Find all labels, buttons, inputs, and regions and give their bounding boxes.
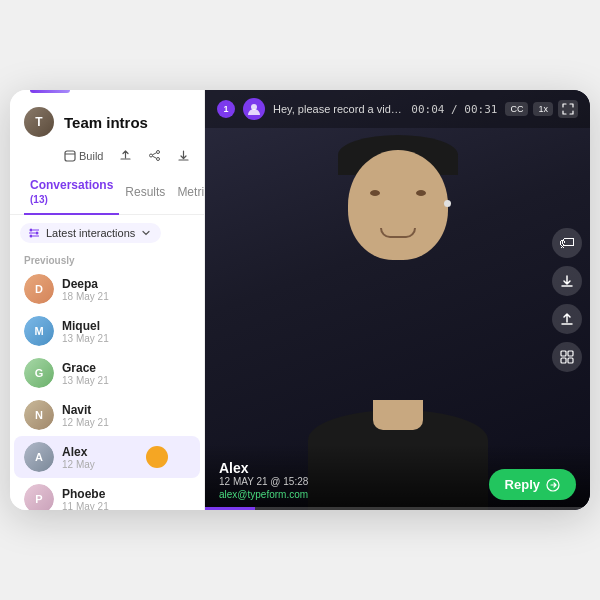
avatar-grace: G <box>24 358 54 388</box>
filter-row: Latest interactions <box>10 215 204 251</box>
video-timer: 00:04 / 00:31 <box>411 103 497 116</box>
tab-metrics[interactable]: Metrics <box>171 179 205 208</box>
person-email: alex@typeform.com <box>219 489 308 500</box>
share-button[interactable] <box>144 147 165 164</box>
contact-info-grace: Grace 13 May 21 <box>62 361 168 386</box>
contact-item-grace[interactable]: G Grace 13 May 21 ⋮ <box>14 352 200 394</box>
build-icon <box>64 150 76 162</box>
video-progress-bar[interactable] <box>205 507 590 510</box>
tag-button[interactable]: 🏷 <box>552 228 582 258</box>
video-side-icons: 🏷 <box>552 228 582 372</box>
avatar-phoebe: P <box>24 484 54 510</box>
filter-dropdown[interactable]: Latest interactions <box>20 223 161 243</box>
video-person-info: Alex 12 MAY 21 @ 15:28 alex@typeform.com <box>219 460 308 500</box>
avatar-miquel: M <box>24 316 54 346</box>
svg-point-7 <box>30 229 33 232</box>
svg-line-6 <box>153 156 157 158</box>
avatar-deepa: D <box>24 274 54 304</box>
avatar-navit: N <box>24 400 54 430</box>
tag-icon: 🏷 <box>559 234 575 252</box>
video-bottom: Alex 12 MAY 21 @ 15:28 alex@typeform.com… <box>205 444 590 510</box>
svg-rect-0 <box>65 151 75 161</box>
sidebar-header: T Team intros <box>10 93 204 143</box>
upload-video-icon <box>560 312 574 326</box>
sidebar-toolbar: Build <box>10 143 204 172</box>
alex-badge <box>146 446 168 468</box>
svg-rect-16 <box>561 358 566 363</box>
contact-info-alex: Alex 12 May <box>62 445 138 470</box>
upload-button[interactable] <box>115 147 136 164</box>
save-video-button[interactable] <box>552 266 582 296</box>
svg-rect-15 <box>568 351 573 356</box>
reply-button[interactable]: Reply <box>489 469 576 500</box>
svg-point-4 <box>157 158 160 161</box>
contact-info-miquel: Miquel 13 May 21 <box>62 319 168 344</box>
layout-icon <box>560 350 574 364</box>
contact-item-phoebe[interactable]: P Phoebe 11 May 21 ⋮ <box>14 478 200 510</box>
layout-button[interactable] <box>552 342 582 372</box>
svg-point-9 <box>30 235 33 238</box>
contact-info-deepa: Deepa 18 May 21 <box>62 277 168 302</box>
avatar-alex: A <box>24 442 54 472</box>
video-panel: 1 Hey, please record a video... (transcr… <box>205 90 590 510</box>
tab-conversations[interactable]: Conversations (13) <box>24 172 119 215</box>
contact-item-alex[interactable]: A Alex 12 May ⋮ <box>14 436 200 478</box>
workspace-title: Team intros <box>64 114 148 131</box>
person-date: 12 MAY 21 @ 15:28 <box>219 476 308 487</box>
step-avatar <box>243 98 265 120</box>
download-icon <box>177 149 190 162</box>
section-previously: Previously <box>10 251 204 268</box>
step-badge: 1 <box>217 100 235 118</box>
upload-icon <box>119 149 132 162</box>
contact-item-navit[interactable]: N Navit 12 May 21 ⋮ <box>14 394 200 436</box>
person-name: Alex <box>219 460 308 476</box>
contact-item-miquel[interactable]: M Miquel 13 May 21 ⋮ <box>14 310 200 352</box>
video-frame[interactable]: 🏷 <box>205 90 590 510</box>
build-button[interactable]: Build <box>60 148 107 164</box>
filter-icon <box>28 227 40 239</box>
svg-point-3 <box>150 154 153 157</box>
contact-list: D Deepa 18 May 21 ⋮ M Miquel 13 May 21 ⋮ <box>10 268 204 510</box>
svg-rect-17 <box>568 358 573 363</box>
share-icon <box>148 149 161 162</box>
upload-video-button[interactable] <box>552 304 582 334</box>
sidebar-tabs: Conversations (13) Results Metrics <box>10 172 204 215</box>
contact-info-phoebe: Phoebe 11 May 21 <box>62 487 168 511</box>
reply-label: Reply <box>505 477 540 492</box>
chevron-down-icon <box>141 228 151 238</box>
sidebar: T Team intros Build <box>10 90 205 510</box>
cc-button[interactable]: CC <box>505 102 528 116</box>
svg-point-2 <box>157 151 160 154</box>
filter-label: Latest interactions <box>46 227 135 239</box>
save-icon <box>560 274 574 288</box>
reply-icon <box>546 478 560 492</box>
contact-item-deepa[interactable]: D Deepa 18 May 21 ⋮ <box>14 268 200 310</box>
fullscreen-button[interactable] <box>558 100 578 118</box>
app-container: T Team intros Build <box>10 90 590 510</box>
build-label: Build <box>79 150 103 162</box>
svg-line-5 <box>153 153 157 155</box>
svg-point-8 <box>36 232 39 235</box>
workspace-avatar: T <box>24 107 54 137</box>
fullscreen-icon <box>562 103 574 115</box>
download-button[interactable] <box>173 147 194 164</box>
contact-info-navit: Navit 12 May 21 <box>62 403 168 428</box>
tab-results[interactable]: Results <box>119 179 171 208</box>
speed-button[interactable]: 1x <box>533 102 553 116</box>
svg-rect-14 <box>561 351 566 356</box>
person-head <box>348 150 448 260</box>
video-message: Hey, please record a video... (transcrib… <box>273 103 403 115</box>
video-controls: CC 1x <box>505 100 578 118</box>
video-progress-fill <box>205 507 255 510</box>
video-top-bar: 1 Hey, please record a video... (transcr… <box>205 90 590 128</box>
